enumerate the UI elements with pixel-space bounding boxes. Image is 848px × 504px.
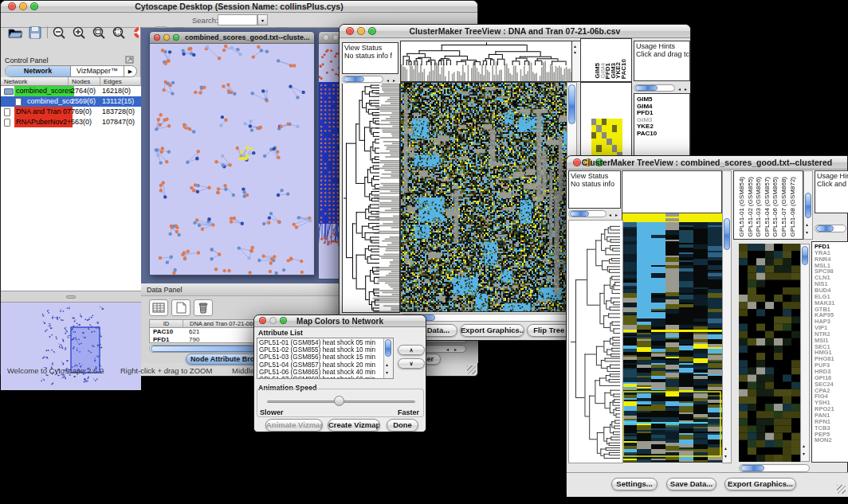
main-window-title: Cytoscape Desktop (Session Name: collins… — [1, 1, 477, 13]
tv1-usage-hints-scrollbar[interactable] — [634, 84, 675, 92]
attribute-list-item[interactable]: GPL51-03 (GSM856) heat shock 15 min — [259, 354, 375, 361]
tv1-column-labels: GIM5GIM4PFD1GIM3YKE2PAC10 — [580, 38, 632, 83]
tv1-row-dendrogram[interactable] — [342, 84, 400, 313]
tv2-usage-hints-scrollbar[interactable] — [815, 225, 846, 232]
tv2-column-label: GPL51-02 (GSM855) — [747, 177, 754, 237]
file-icon — [4, 119, 10, 127]
network-list-row[interactable]: combined_scores2764(0)16218(0) — [1, 86, 141, 96]
dialog-title: Map Colors to Network — [254, 315, 426, 327]
tv2-resize-grip[interactable] — [837, 485, 846, 494]
tv1-column-dendrogram[interactable] — [400, 41, 572, 82]
inner2-minimize-button[interactable] — [332, 34, 339, 41]
dialog-animate-vizmapbutton[interactable]: Animate Vizmap — [265, 419, 323, 432]
tv1-gene-list[interactable]: GIM5GIM4PFD1GIM3YKE2PAC10 — [634, 93, 690, 158]
tv2-gene-list[interactable]: PFD1YRA1RNR4MSL1SPC98CLN1NIS1BUD4ELG1MAK… — [811, 241, 848, 463]
network-table: Network Nodes Edges combined_scores2764(… — [1, 77, 141, 291]
control-panel: Control Panel Network VizMapper™ ▶ Netwo… — [1, 28, 141, 363]
network-list-row[interactable]: combined_sco2569(6)13112(15) — [1, 96, 141, 107]
tv2-column-labels: GPL51-01 (GSM854)GPL51-02 (GSM855)GPL51-… — [733, 170, 803, 240]
tv1-summary-area — [580, 83, 632, 158]
tv2-titlebar[interactable]: ClusterMaker TreeView : combined_scores_… — [567, 156, 847, 170]
map-colors-dialog: Map Colors to Network Attribute List GPL… — [253, 315, 426, 432]
faster-label: Faster — [398, 408, 419, 416]
tv1-summary-heatmap[interactable] — [591, 119, 622, 158]
search-input[interactable] — [218, 14, 257, 25]
attribute-list[interactable]: GPL51-01 (GSM854) heat shock 05 minGPL51… — [257, 338, 394, 379]
attribute-list-item[interactable]: GPL51-06 (GSM865) heat shock 40 min — [259, 369, 375, 376]
delete-attribute-icon[interactable] — [194, 299, 213, 316]
tv2-zoom-vscrollbar[interactable]: ▴▾ — [800, 244, 810, 462]
tv2-row-dendrogram[interactable] — [568, 220, 623, 463]
attribute-list-item[interactable]: GPL51-01 (GSM854) heat shock 05 min — [259, 339, 375, 346]
tv1-view-status-scrollbar[interactable] — [342, 76, 383, 83]
column-header-nodes[interactable]: Nodes — [69, 77, 100, 86]
inner-minimize-button[interactable] — [163, 34, 170, 41]
main-titlebar[interactable]: Cytoscape Desktop (Session Name: collins… — [1, 1, 477, 13]
speed-slider-thumb[interactable] — [334, 396, 344, 406]
main-resize-grip[interactable] — [467, 365, 476, 374]
dialog-donebutton[interactable]: Done — [387, 419, 418, 432]
tv1-heatmap[interactable] — [400, 82, 567, 312]
network-view-window: combined_scores_good.txt--cluste... — [149, 31, 315, 275]
search-dropdown-button[interactable]: ▾ — [257, 14, 268, 25]
tv1-uh-left-arrow[interactable]: ◂ — [678, 87, 681, 92]
tv2-heatmap[interactable] — [622, 213, 723, 463]
tv2-labels-vscrollbar[interactable]: ▴▾ — [803, 170, 813, 240]
treeview-combined-window: ClusterMaker TreeView : combined_scores_… — [566, 155, 848, 496]
attribute-list-label: Attribute List — [258, 329, 303, 337]
tv2-column-label: GPL51-04 (GSM857) — [764, 177, 771, 237]
dialog-create-vizmapbutton[interactable]: Create Vizmap — [328, 419, 380, 432]
tv1-titlebar[interactable]: ClusterMaker TreeView : DNA and Tran 07-… — [340, 25, 690, 38]
attribute-list-item[interactable]: GPL51-02 (GSM855) heat shock 10 min — [259, 346, 375, 354]
tv1-view-status: View StatusNo status info f — [342, 42, 398, 74]
tv2-column-label: GPL51-06 (GSM865) — [771, 177, 779, 237]
tv2-zoom-heatmap[interactable] — [739, 244, 800, 462]
tv2-view-status-scrollbar[interactable] — [568, 210, 607, 217]
tv2-column-dendrogram-area — [622, 170, 722, 213]
network-graph-canvas[interactable] — [150, 44, 314, 275]
tv1-vs-left-arrow[interactable]: ◂ — [387, 78, 389, 83]
animation-speed-group: Slower Faster — [257, 389, 424, 417]
tab-overflow-arrow[interactable]: ▶ — [124, 66, 136, 76]
move-down-button[interactable]: ∨ — [398, 358, 425, 369]
slower-label: Slower — [260, 408, 284, 416]
attribute-list-item[interactable]: GPL51-07 (GSM868) heat shock 60 min — [259, 376, 375, 379]
network-list-row[interactable]: RNAPuberNov2+563(0)107847(0) — [1, 117, 141, 127]
status-welcome: Welcome to Cytoscape 2.6.2 — [7, 366, 104, 375]
tab-network[interactable]: Network — [6, 66, 71, 76]
tv1-vs-right-arrow[interactable]: ▸ — [393, 78, 395, 83]
tv1-uh-right-arrow[interactable]: ▸ — [685, 87, 687, 92]
network-list-row[interactable]: DNA and Tran 07769(0)183728(0) — [1, 107, 141, 117]
tv2-settings-button[interactable]: Settings... — [611, 478, 658, 490]
tv2-view-status: View StatusNo status info — [568, 170, 621, 209]
attribute-list-item[interactable]: GPL51-04 (GSM857) heat shock 20 min — [259, 361, 375, 369]
tv2-column-label: GPL51-08 (GSM872) — [789, 177, 796, 237]
move-up-button[interactable]: ∧ — [398, 345, 425, 355]
tv2-save-data-button[interactable]: Save Data... — [666, 478, 716, 490]
control-panel-title: Control Panel — [5, 57, 49, 64]
column-header-network[interactable]: Network — [1, 77, 69, 86]
dialog-titlebar[interactable]: Map Colors to Network — [254, 315, 426, 327]
tab-vizmapper[interactable]: VizMapper™ — [71, 66, 124, 76]
attribute-list-vscrollbar[interactable]: ▴▾ — [383, 338, 393, 378]
tv2-column-label: GPL51-07 (GSM868) — [780, 177, 787, 237]
column-header-edges[interactable]: Edges — [100, 77, 141, 86]
tv2-export-graphics-button[interactable]: Export Graphics... — [724, 478, 796, 490]
tv1-export-graphics-button[interactable]: Export Graphics... — [460, 324, 524, 337]
tv2-heatmap-vscrollbar[interactable]: ▴▾ — [722, 170, 732, 463]
float-panel-icon[interactable] — [125, 56, 134, 64]
tv2-vs-right-arrow[interactable]: ▸ — [615, 213, 618, 217]
id-column-header[interactable]: ID — [150, 320, 183, 328]
data-panel-title: Data Panel — [147, 286, 183, 294]
tv1-title: ClusterMaker TreeView : DNA and Tran 07-… — [340, 25, 690, 38]
inner-zoom-button[interactable] — [173, 34, 179, 41]
select-attributes-icon[interactable] — [149, 299, 168, 316]
tv2-vs-left-arrow[interactable]: ◂ — [609, 213, 611, 217]
panel-splitter[interactable] — [1, 291, 141, 303]
inner-close-button[interactable] — [154, 34, 160, 41]
tv2-gene-label: MON2 — [815, 436, 832, 443]
tv2-zoom-hscrollbar[interactable] — [739, 464, 810, 472]
status-zoom-hint: Right-click + drag to ZOOM — [120, 366, 212, 375]
inner2-close-button[interactable] — [323, 34, 329, 41]
new-attribute-icon[interactable] — [171, 299, 190, 316]
